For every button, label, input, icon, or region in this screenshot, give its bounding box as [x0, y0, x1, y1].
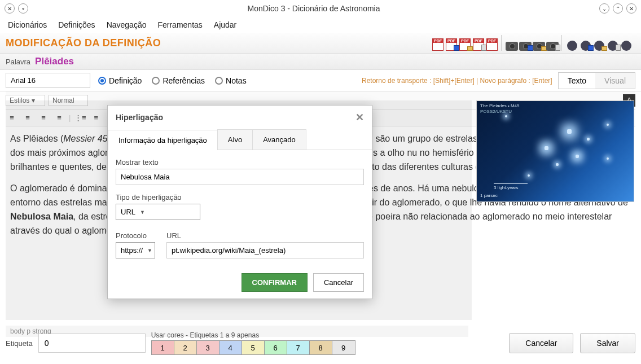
- etiqueta-label: Etiqueta: [6, 339, 33, 348]
- color-7[interactable]: 7: [287, 341, 310, 354]
- maximize-icon[interactable]: ⌃: [613, 3, 623, 14]
- color-6[interactable]: 6: [265, 341, 287, 354]
- minimize-icon[interactable]: ⌄: [599, 3, 609, 14]
- save-button[interactable]: Salvar: [580, 333, 635, 353]
- align-center-icon[interactable]: ≡: [21, 112, 34, 124]
- radio-definition[interactable]: Definição: [98, 76, 142, 85]
- window-pin-icon[interactable]: ⚬: [18, 3, 28, 14]
- color-9[interactable]: 9: [332, 341, 355, 354]
- word-label: Palavra: [6, 58, 30, 66]
- link-type-select[interactable]: URL: [116, 204, 200, 220]
- dialog-cancel-button[interactable]: Cancelar: [313, 273, 364, 292]
- keyboard-hints: Retorno de transporte : [Shift]+[Enter] …: [362, 77, 552, 85]
- align-right-icon[interactable]: ≡: [37, 112, 50, 124]
- etiqueta-input[interactable]: [38, 334, 146, 353]
- word-value: Plêiades: [35, 56, 74, 67]
- font-select[interactable]: Arial 16: [6, 73, 90, 88]
- protocol-select[interactable]: https://: [116, 242, 155, 258]
- speaker-save-icon[interactable]: [579, 35, 592, 51]
- color-8[interactable]: 8: [310, 341, 332, 354]
- menubar: Dicionários Definições Navegação Ferrame…: [0, 17, 641, 33]
- pdf-open-icon[interactable]: [458, 35, 472, 51]
- color-2[interactable]: 2: [174, 341, 197, 354]
- format-select[interactable]: Normal: [49, 95, 88, 106]
- close-icon[interactable]: ✕: [626, 3, 636, 14]
- color-4[interactable]: 4: [219, 341, 242, 354]
- tab-visual[interactable]: Visual: [595, 73, 635, 89]
- hyperlink-dialog: Hiperligação ✕ Informação da hiperligaçã…: [107, 105, 372, 299]
- confirm-button[interactable]: CONFIRMAR: [242, 273, 308, 292]
- radio-notes[interactable]: Notas: [215, 76, 247, 85]
- list-bullet-icon[interactable]: ⋮≡: [74, 112, 86, 124]
- pdf-icon[interactable]: [431, 35, 445, 51]
- tab-text[interactable]: Texto: [559, 73, 595, 89]
- cancel-button[interactable]: Cancelar: [509, 333, 573, 353]
- radio-references[interactable]: Referências: [152, 76, 205, 85]
- color-5[interactable]: 5: [242, 341, 265, 354]
- camera-icon[interactable]: [505, 35, 519, 51]
- list-number-icon[interactable]: ≡: [90, 112, 102, 124]
- dialog-tab-info[interactable]: Informação da hiperligação: [108, 130, 218, 150]
- pdf-icon-2[interactable]: [485, 35, 499, 51]
- menu-navigation[interactable]: Navegação: [107, 20, 147, 29]
- speaker-icon[interactable]: [565, 35, 579, 51]
- styles-select[interactable]: Estilos ▾: [6, 95, 45, 106]
- window-title: MonDico 3 - Dicionário de Astronomia: [28, 4, 599, 13]
- dialog-tab-target[interactable]: Alvo: [217, 129, 253, 150]
- menu-help[interactable]: Ajudar: [214, 20, 236, 29]
- show-text-input[interactable]: [116, 169, 364, 185]
- pleiades-image: The Pleiades • M45 POSS2/UKSTU 3 light-y…: [476, 100, 634, 202]
- pdf-save-icon[interactable]: [445, 35, 458, 51]
- show-text-label: Mostrar texto: [116, 158, 364, 166]
- menu-definitions[interactable]: Definições: [58, 20, 95, 29]
- camera-save-icon[interactable]: [519, 35, 532, 51]
- speaker-delete-icon[interactable]: [606, 35, 620, 51]
- url-label: URL: [166, 231, 364, 240]
- pdf-delete-icon[interactable]: [472, 35, 485, 51]
- align-left-icon[interactable]: ≡: [6, 112, 18, 124]
- dialog-title: Hiperligação: [116, 113, 163, 122]
- dialog-close-icon[interactable]: ✕: [355, 111, 364, 124]
- align-justify-icon[interactable]: ≡: [53, 112, 65, 124]
- menu-tools[interactable]: Ferramentas: [157, 20, 202, 29]
- protocol-label: Protocolo: [116, 231, 155, 240]
- color-3[interactable]: 3: [197, 341, 219, 354]
- speaker-open-icon[interactable]: [592, 35, 606, 51]
- color-1[interactable]: 1: [152, 341, 174, 354]
- page-title: MODIFICAÇÃO DA DEFINIÇÃO: [6, 37, 161, 49]
- link-type-label: Tipo de hiperligação: [116, 193, 364, 201]
- menu-dictionaries[interactable]: Dicionários: [8, 20, 47, 29]
- url-input[interactable]: [166, 242, 364, 258]
- colors-title: Usar cores - Etiquetas 1 a 9 apenas: [151, 331, 355, 339]
- dialog-tab-advanced[interactable]: Avançado: [252, 129, 306, 150]
- camera-open-icon[interactable]: [532, 35, 546, 51]
- camera-delete-icon[interactable]: [546, 35, 559, 51]
- speaker-play-icon[interactable]: [620, 35, 633, 51]
- window-menu-icon[interactable]: ✕: [5, 3, 15, 14]
